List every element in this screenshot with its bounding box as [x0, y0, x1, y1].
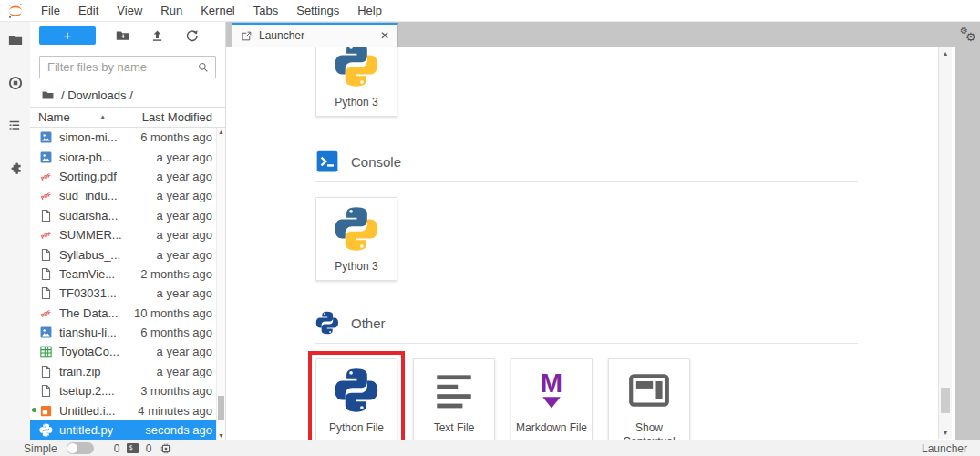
- close-icon[interactable]: ✕: [380, 29, 389, 42]
- file-row[interactable]: sudarsha... a year ago: [30, 206, 216, 225]
- extensions-icon[interactable]: [7, 161, 24, 177]
- file-row[interactable]: simon-mi... 6 months ago: [30, 128, 216, 147]
- terminal-icon: $_: [127, 443, 138, 453]
- new-launcher-button[interactable]: +: [39, 26, 96, 45]
- generic-file-icon: [39, 365, 53, 378]
- file-row[interactable]: train.zip a year ago: [30, 362, 216, 381]
- kernels-count[interactable]: 0: [146, 442, 152, 455]
- console-icon: [315, 150, 339, 173]
- pdf-file-icon: [39, 170, 53, 183]
- tab-label: Launcher: [259, 29, 304, 42]
- menu-view[interactable]: View: [108, 4, 151, 17]
- scroll-down-icon[interactable]: ▼: [217, 432, 225, 439]
- menu-settings[interactable]: Settings: [287, 4, 348, 17]
- card-label: Python 3: [335, 96, 377, 109]
- file-row[interactable]: The Data... 10 months ago: [30, 304, 216, 323]
- file-name: TF03031...: [59, 286, 117, 300]
- card-label: Python 3: [335, 260, 377, 274]
- column-name[interactable]: Name: [38, 110, 70, 124]
- settings-gears-icon[interactable]: ⚙ ⚙: [958, 26, 978, 46]
- file-modified: 10 months ago: [134, 306, 212, 320]
- file-modified: 6 months ago: [140, 130, 212, 144]
- launcher-card-python-file[interactable]: Python File: [315, 358, 397, 440]
- file-modified: a year ago: [157, 209, 212, 223]
- launcher-tab-icon: [241, 30, 253, 42]
- file-row[interactable]: Sorting.pdf a year ago: [30, 167, 216, 186]
- tab-bar: Launcher ✕: [226, 22, 955, 47]
- pdf-file-icon: [39, 306, 53, 320]
- file-row-selected[interactable]: untitled.py seconds ago: [30, 420, 216, 440]
- file-modified: a year ago: [157, 189, 212, 202]
- terminals-count[interactable]: 0: [114, 442, 120, 455]
- other-cards-row: Python File Text File Markdown File Show…: [315, 358, 955, 440]
- launcher-card-python3-notebook[interactable]: Python 3: [315, 47, 397, 117]
- simple-mode-label: Simple: [24, 442, 57, 455]
- file-row[interactable]: tianshu-li... 6 months ago: [30, 323, 216, 342]
- running-kernels-icon[interactable]: [7, 75, 24, 91]
- menu-file[interactable]: File: [32, 4, 69, 17]
- breadcrumb[interactable]: / Downloads /: [30, 84, 225, 107]
- file-list-scrollbar[interactable]: ▲ ▼: [216, 128, 225, 440]
- scroll-up-icon[interactable]: ▲: [939, 50, 952, 57]
- simple-mode-toggle[interactable]: [67, 442, 94, 454]
- file-name: sud_indu...: [59, 189, 118, 202]
- image-file-icon: [39, 150, 53, 164]
- file-name: tsetup.2....: [59, 384, 115, 398]
- scrollbar-thumb[interactable]: [218, 396, 224, 420]
- upload-icon[interactable]: [150, 28, 165, 44]
- generic-file-icon: [39, 267, 53, 281]
- gear-large-icon: ⚙: [965, 30, 976, 44]
- new-folder-icon[interactable]: [115, 28, 130, 44]
- launcher-card-text-file[interactable]: Text File: [413, 358, 495, 440]
- right-side-bar: ⚙ ⚙: [955, 22, 980, 440]
- launcher-card-contextual-help[interactable]: Show Contextual Help: [608, 358, 690, 440]
- menu-help[interactable]: Help: [348, 4, 391, 17]
- generic-file-icon: [39, 286, 53, 300]
- file-row[interactable]: Syllabus_... a year ago: [30, 244, 216, 264]
- file-row[interactable]: sud_indu... a year ago: [30, 186, 216, 205]
- filter-files-input[interactable]: [46, 59, 197, 75]
- file-list: simon-mi... 6 months ago siora-ph... a y…: [30, 128, 225, 440]
- generic-file-icon: [39, 248, 53, 262]
- scroll-up-icon[interactable]: ▲: [217, 129, 225, 135]
- menu-run[interactable]: Run: [151, 4, 191, 17]
- table-of-contents-icon[interactable]: [7, 118, 24, 134]
- launcher-card-markdown-file[interactable]: Markdown File: [511, 358, 593, 440]
- menu-kernel[interactable]: Kernel: [191, 4, 244, 17]
- file-row[interactable]: TF03031... a year ago: [30, 284, 216, 303]
- python-logo-icon: [334, 206, 379, 252]
- file-name: Untitled.i...: [59, 404, 115, 418]
- generic-file-icon: [39, 384, 53, 398]
- file-row[interactable]: tsetup.2.... 3 months ago: [30, 381, 216, 400]
- file-row[interactable]: SUMMER... a year ago: [30, 225, 216, 244]
- menu-edit[interactable]: Edit: [69, 4, 108, 17]
- notebook-file-icon: [39, 404, 53, 418]
- file-row[interactable]: TeamVie... 2 months ago: [30, 264, 216, 284]
- console-section-header: Console: [315, 150, 858, 182]
- card-label: Show Contextual Help: [613, 421, 686, 440]
- file-name: tianshu-li...: [59, 326, 117, 339]
- refresh-icon[interactable]: [184, 28, 200, 44]
- python-file-icon: [39, 423, 53, 437]
- text-file-icon: [431, 368, 477, 413]
- menu-tabs[interactable]: Tabs: [244, 4, 287, 17]
- tab-launcher[interactable]: Launcher ✕: [232, 23, 398, 47]
- scrollbar-thumb[interactable]: [941, 388, 950, 413]
- left-activity-bar: [0, 22, 30, 440]
- status-bar: Simple 0 $_ 0 Launcher: [0, 440, 980, 456]
- home-folder-icon[interactable]: [41, 88, 55, 102]
- file-list-header: Name ▲ Last Modified: [30, 107, 225, 128]
- pdf-file-icon: [39, 228, 53, 242]
- card-label: Python File: [329, 421, 384, 435]
- file-browser-toolbar: +: [30, 22, 225, 49]
- launcher-card-python3-console[interactable]: Python 3: [315, 197, 397, 281]
- file-browser-icon[interactable]: [7, 32, 24, 48]
- file-modified: a year ago: [157, 365, 212, 378]
- column-last-modified[interactable]: Last Modified: [142, 110, 212, 124]
- launcher-scrollbar[interactable]: ▲ ▼: [938, 47, 952, 439]
- file-row[interactable]: siora-ph... a year ago: [30, 147, 216, 166]
- file-name: untitled.py: [59, 423, 113, 437]
- scroll-down-icon[interactable]: ▼: [939, 430, 952, 436]
- file-row[interactable]: ToyotaCo... a year ago: [30, 342, 216, 361]
- file-row[interactable]: Untitled.i... 4 minutes ago: [30, 400, 216, 420]
